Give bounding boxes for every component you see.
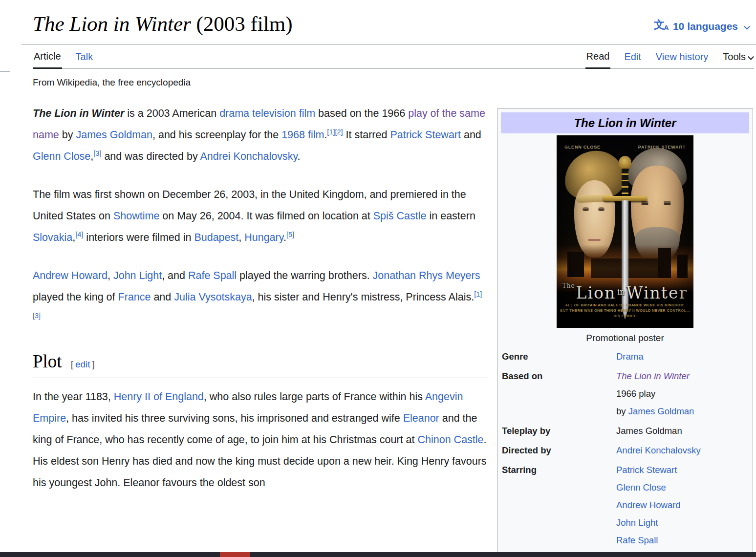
text-span: .: [298, 150, 301, 162]
article-body: The Lion in Winter is a 2003 American dr…: [33, 96, 488, 510]
reference-link[interactable]: [1][2]: [327, 128, 343, 136]
infobox-value: Patrick StewartGlenn CloseAndrew HowardJ…: [616, 461, 750, 549]
wiki-link[interactable]: James Goldman: [628, 406, 694, 416]
edit-section: [edit]: [71, 359, 95, 370]
infobox: The Lion in Winter GLENN CLOSE PATRICK S…: [497, 108, 753, 553]
tab-bar: Article Talk Read Edit View history Tool…: [33, 45, 754, 69]
wiki-link[interactable]: Eleanor: [403, 412, 439, 424]
tab-edit[interactable]: Edit: [623, 45, 642, 68]
infobox-label: Starring: [500, 461, 616, 549]
article-title-selflink: The Lion in Winter: [33, 107, 124, 119]
wiki-link[interactable]: Hungary: [244, 232, 283, 243]
text-span: by: [59, 129, 76, 141]
wiki-link[interactable]: Budapest: [194, 232, 238, 243]
movie-poster[interactable]: GLENN CLOSE PATRICK STEWART TheLio: [557, 135, 693, 328]
text-span: , and his screenplay for the: [152, 129, 281, 141]
text-span: , has invited his three surviving sons, …: [66, 412, 403, 424]
wiki-link[interactable]: Slovakia: [33, 232, 72, 243]
wiki-link[interactable]: Spiš Castle: [373, 210, 427, 222]
tab-group-left: Article Talk: [33, 45, 94, 68]
infobox-label: Directed by: [500, 442, 616, 459]
reference-link[interactable]: [5]: [286, 231, 294, 238]
wiki-link[interactable]: Rafe Spall: [616, 535, 658, 545]
reference-link[interactable]: [4]: [75, 231, 83, 238]
wiki-link[interactable]: Patrick Stewart: [390, 129, 461, 141]
infobox-label: Genre: [500, 348, 616, 365]
poster-caption: Promotional poster: [500, 328, 750, 347]
section-heading-plot: Plot [edit]: [33, 351, 488, 378]
wiki-link[interactable]: Rafe Spall: [188, 270, 237, 281]
languages-button[interactable]: 文A 10 languages: [654, 20, 749, 33]
wiki-link[interactable]: Andrei Konchalovsky: [200, 150, 297, 162]
paragraph-cast: Andrew Howard, John Light, and Rafe Spal…: [33, 265, 488, 329]
tab-article[interactable]: Article: [33, 45, 62, 69]
tab-read[interactable]: Read: [585, 45, 611, 69]
text-span: interiors were filmed in: [83, 232, 194, 243]
wiki-link[interactable]: 1968 film: [281, 129, 324, 141]
wiki-link[interactable]: James Goldman: [76, 129, 152, 141]
text-span: is a 2003 American: [124, 107, 219, 119]
chevron-down-icon: [744, 23, 750, 30]
tab-group-right: Read Edit View history Tools: [585, 45, 754, 68]
text-span: , who also rules large parts of France w…: [204, 391, 425, 403]
text-span: It starred: [343, 129, 390, 141]
text-span: by: [616, 406, 628, 416]
page-title-italic: The Lion in Winter: [33, 12, 191, 35]
wiki-link[interactable]: Chinon Castle: [418, 434, 484, 446]
text-span: played the king of: [33, 291, 118, 303]
wiki-link[interactable]: France: [118, 291, 151, 303]
chevron-down-icon: [748, 54, 754, 60]
infobox-label: Based on: [500, 367, 616, 420]
text-span: and: [461, 129, 481, 141]
infobox-value: James Goldman: [616, 422, 750, 440]
infobox-row-teleplay: Teleplay by James Goldman: [500, 421, 750, 441]
text-span: ,: [108, 270, 113, 281]
poster-wrap: GLENN CLOSE PATRICK STEWART TheLio: [500, 135, 750, 328]
infobox-row-genre: Genre Drama: [500, 347, 750, 366]
text-span: James Goldman: [616, 426, 682, 436]
plot-heading-text: Plot: [33, 351, 62, 372]
reference-link[interactable]: [3]: [93, 150, 101, 157]
wiki-link[interactable]: Andrew Howard: [616, 500, 681, 510]
site-subtitle: From Wikipedia, the free encyclopedia: [33, 77, 191, 88]
page-title: The Lion in Winter (2003 film): [33, 12, 293, 36]
paragraph-release: The film was first shown on December 26,…: [33, 184, 488, 248]
wiki-link[interactable]: Julia Vysotskaya: [174, 291, 252, 303]
tab-tools[interactable]: Tools: [722, 45, 754, 68]
wiki-link[interactable]: John Light: [113, 270, 162, 281]
paragraph-lead: The Lion in Winter is a 2003 American dr…: [33, 103, 488, 167]
wiki-link[interactable]: Glenn Close: [616, 482, 666, 493]
text-span: played the warring brothers.: [237, 270, 372, 281]
infobox-label: Teleplay by: [500, 422, 616, 440]
wiki-link[interactable]: Jonathan Rhys Meyers: [373, 270, 480, 281]
wiki-link[interactable]: Drama: [616, 351, 644, 362]
text-span: and: [151, 291, 174, 303]
language-icon: 文A: [654, 20, 669, 33]
edit-bracket-close: ]: [92, 359, 95, 369]
wiki-link[interactable]: Showtime: [113, 210, 159, 222]
wiki-link[interactable]: Andrew Howard: [33, 270, 108, 281]
edit-section-link[interactable]: edit: [73, 359, 92, 369]
window-bottom-strip: [0, 552, 756, 557]
text-span: , and: [162, 270, 188, 281]
wiki-link[interactable]: John Light: [616, 517, 658, 528]
tab-talk[interactable]: Talk: [75, 45, 94, 68]
infobox-row-based-on: Based on The Lion in Winter1966 playby J…: [500, 366, 750, 421]
wiki-link[interactable]: Patrick Stewart: [616, 465, 677, 475]
bottom-strip-red-segment: [220, 552, 250, 557]
wiki-link[interactable]: drama television film: [219, 107, 315, 119]
infobox-row-directed: Directed by Andrei Konchalovsky: [500, 441, 750, 460]
text-span: , his sister and Henry's mistress, Princ…: [252, 291, 475, 303]
page-title-rest: (2003 film): [191, 12, 293, 35]
languages-label: 10 languages: [673, 21, 738, 32]
tab-view-history[interactable]: View history: [655, 45, 709, 68]
infobox-title: The Lion in Winter: [501, 112, 749, 133]
infobox-value: The Lion in Winter1966 playby James Gold…: [616, 367, 750, 420]
visited-wiki-link[interactable]: The Lion in Winter: [616, 371, 690, 381]
wiki-link[interactable]: Glenn Close: [33, 150, 90, 162]
wiki-link[interactable]: Andrei Konchalovsky: [616, 445, 701, 455]
paragraph-plot: In the year 1183, Henry II of England, w…: [33, 386, 488, 493]
wiki-link[interactable]: Henry II of England: [114, 391, 204, 403]
text-span: based on the 1966: [315, 107, 408, 119]
left-edge-divider: [0, 71, 10, 72]
